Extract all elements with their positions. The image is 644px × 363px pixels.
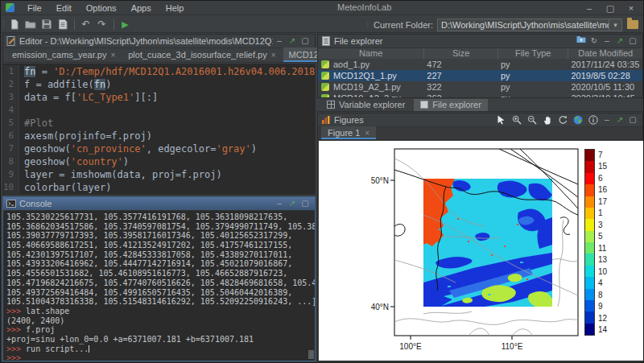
editor-panel-header: Editor - D:\Working\MIScript\Jython\mis\… bbox=[3, 35, 315, 48]
code-token: ][:] bbox=[134, 92, 158, 103]
colorbar-value: 10 bbox=[598, 266, 607, 278]
table-header-row: NameSizeFile TypeDate Modified bbox=[318, 48, 642, 59]
code-line: 4 bbox=[3, 104, 315, 117]
file-table[interactable]: NameSizeFile TypeDate Modifiedaod_1.py47… bbox=[318, 48, 642, 97]
console-text: run script... bbox=[26, 344, 89, 353]
open-file-icon[interactable] bbox=[23, 18, 38, 31]
minimize-window-icon[interactable]: – bbox=[579, 1, 600, 15]
file-size-cell: 227 bbox=[423, 71, 497, 80]
zoom-out-icon[interactable] bbox=[524, 113, 539, 126]
console-panel-header: Console – ↗ ▢ bbox=[3, 197, 315, 211]
colorbar-cell bbox=[585, 324, 594, 335]
figure-tab[interactable]: Figure 1 × bbox=[321, 126, 376, 139]
tab-file-explorer[interactable]: File explorer bbox=[414, 99, 488, 111]
maximize-panel-icon[interactable]: ▢ bbox=[626, 113, 639, 126]
code-text: geoshow('country') bbox=[19, 155, 129, 168]
menu-item-edit[interactable]: Edit bbox=[49, 3, 79, 13]
refresh-icon[interactable]: ↻ bbox=[588, 35, 601, 47]
code-line: 5#Plot bbox=[3, 117, 315, 130]
console-line: 105.49372569416484, 105.49916505716435, … bbox=[6, 288, 315, 298]
console-output[interactable]: 105.35230225617731, 105.3577416191768, 1… bbox=[3, 211, 315, 361]
code-token: fn bbox=[24, 66, 35, 77]
current-folder-combobox[interactable]: D:\Working\MIScript\Jython\mis\satellite… bbox=[437, 19, 622, 31]
column-header[interactable]: Size bbox=[423, 48, 497, 59]
cursor-icon[interactable] bbox=[493, 113, 509, 126]
lon-label-right: 110°E bbox=[502, 342, 523, 351]
browse-folder-icon[interactable] bbox=[627, 20, 638, 29]
globe-icon[interactable] bbox=[570, 113, 585, 126]
float-panel-icon[interactable]: ↗ bbox=[613, 113, 626, 126]
line-number: 7 bbox=[3, 142, 19, 155]
colorbar-value: 15 bbox=[598, 161, 607, 173]
code-editor[interactable]: 1fn = 'D:/Temp/hdf/MCD12Q1.A2016001.h26v… bbox=[3, 64, 315, 194]
column-header[interactable]: File Type bbox=[497, 48, 568, 59]
maximize-window-icon[interactable]: ▢ bbox=[600, 1, 621, 15]
tab-variable-explorer[interactable]: Variable explorer bbox=[320, 99, 411, 111]
minimize-panel-icon[interactable]: – bbox=[601, 113, 613, 126]
maximize-panel-icon[interactable]: ▢ bbox=[299, 35, 312, 47]
chevron-down-icon[interactable]: ▾ bbox=[609, 19, 621, 31]
figure-canvas[interactable]: 50°N 40°N 100°E 110°E 715616171351113104… bbox=[319, 141, 643, 361]
file-size-cell: 472 bbox=[423, 60, 497, 69]
column-header[interactable]: Name bbox=[318, 48, 423, 59]
column-header[interactable]: Date Modified bbox=[568, 48, 642, 59]
console-text: 105.42301397517107, 105.42845333817058, … bbox=[6, 250, 292, 259]
close-tab-icon[interactable]: × bbox=[271, 51, 276, 60]
console-scrollbar-thumb[interactable] bbox=[308, 350, 314, 359]
editor-tab[interactable]: emission_cams_year.py× bbox=[6, 47, 121, 62]
file-name: MCD19_A2_2.py bbox=[333, 93, 401, 97]
zoom-in-icon[interactable] bbox=[509, 113, 524, 126]
current-folder-value: D:\Working\MIScript\Jython\mis\satellite… bbox=[438, 20, 609, 30]
code-line: 10colorbar(layer) bbox=[3, 181, 315, 194]
colorbar-labels: 715616171351113104891214 bbox=[598, 149, 607, 336]
float-panel-icon[interactable]: ↗ bbox=[286, 197, 299, 210]
redo-icon[interactable]: ↷ bbox=[95, 18, 109, 31]
colorbar-value: 14 bbox=[598, 324, 607, 336]
colorbar-value: 3 bbox=[598, 219, 607, 231]
minimize-panel-icon[interactable]: – bbox=[601, 35, 613, 47]
new-script-icon[interactable] bbox=[7, 18, 22, 31]
pan-hand-icon[interactable] bbox=[539, 113, 555, 126]
info-icon[interactable] bbox=[585, 113, 601, 126]
colorbar-cell bbox=[585, 254, 594, 265]
maximize-panel-icon[interactable]: ▢ bbox=[299, 197, 312, 210]
colorbar-cell bbox=[585, 311, 594, 323]
run-script-icon[interactable]: ▶ bbox=[118, 18, 133, 31]
file-explorer-panel: File explorer ↻ – ↗ ▢ NameSizeFile TypeD… bbox=[317, 34, 643, 98]
colorbar-cell bbox=[585, 150, 594, 161]
editor-tab[interactable]: plot_cuace_3d_isosurface_relief.py× bbox=[122, 47, 281, 62]
save-as-icon[interactable] bbox=[56, 18, 70, 31]
menu-item-file[interactable]: File bbox=[20, 3, 49, 13]
float-panel-icon[interactable]: ↗ bbox=[286, 35, 299, 47]
rotate-icon[interactable] bbox=[555, 113, 570, 126]
float-panel-icon[interactable]: ↗ bbox=[613, 35, 626, 47]
file-type-cell: py bbox=[497, 93, 568, 97]
minimize-panel-icon[interactable]: – bbox=[273, 35, 286, 47]
maximize-panel-icon[interactable]: ▢ bbox=[626, 35, 639, 47]
menu-item-options[interactable]: Options bbox=[79, 3, 124, 13]
table-row[interactable]: MCD12Q1_1.py227py2019/8/5 02:28 bbox=[318, 70, 642, 81]
save-icon[interactable] bbox=[39, 18, 54, 31]
menu-item-help[interactable]: Help bbox=[159, 3, 192, 13]
undo-icon[interactable]: ↶ bbox=[79, 18, 93, 31]
close-tab-icon[interactable]: × bbox=[110, 51, 115, 60]
table-row[interactable]: MCD19_A2_2.py362py2020/3/19 10:45 bbox=[318, 93, 642, 97]
minimize-panel-icon[interactable]: – bbox=[273, 197, 286, 210]
close-tab-icon[interactable]: × bbox=[365, 129, 369, 138]
menu-item-apps[interactable]: Apps bbox=[124, 3, 159, 13]
code-line: 7geoshow('cn_province', edgecolor='gray'… bbox=[3, 142, 315, 155]
console-text: 105.43933206416962, 105.44477142716914, … bbox=[6, 259, 292, 268]
lat-label-top: 50°N bbox=[371, 176, 389, 185]
table-row[interactable]: MCD19_A2_1.py322py2020/10/5 11:30 bbox=[318, 81, 642, 93]
file-name: MCD19_A2_1.py bbox=[333, 82, 401, 92]
code-token: ) bbox=[105, 79, 111, 90]
open-parent-folder-icon[interactable] bbox=[575, 35, 588, 47]
file-explorer-header: File explorer ↻ – ↗ ▢ bbox=[318, 35, 642, 48]
console-line: 105.36862034517586, 105.3740597081754, 1… bbox=[6, 222, 315, 232]
table-row[interactable]: aod_1.py472py2017/11/24 03:35 bbox=[318, 59, 642, 70]
console-line: >>> lat.shape bbox=[6, 307, 315, 316]
file-type-cell: py bbox=[497, 60, 568, 69]
colorbar-value: 5 bbox=[598, 231, 607, 243]
close-window-icon[interactable]: × bbox=[621, 1, 642, 15]
file-date-cell: 2019/8/5 02:28 bbox=[568, 71, 642, 80]
